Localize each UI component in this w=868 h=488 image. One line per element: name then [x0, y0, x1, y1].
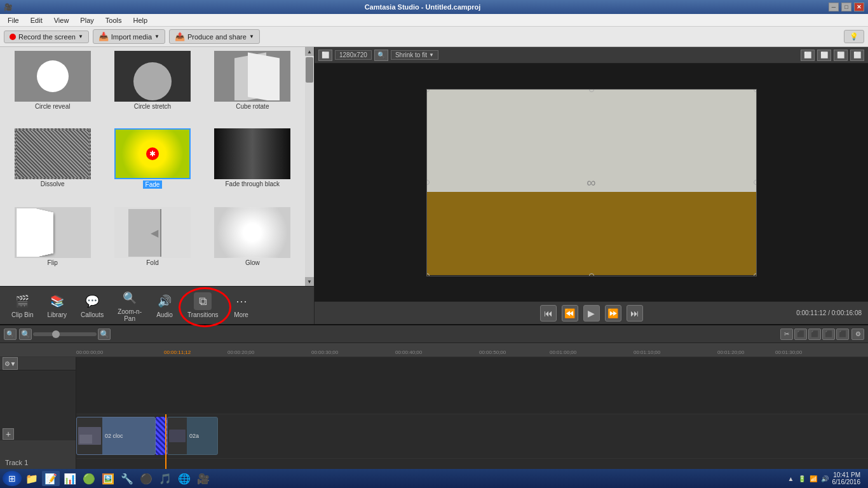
clip-block-1[interactable]: 02 cloc: [76, 417, 156, 455]
split-btn[interactable]: ✂: [780, 329, 793, 340]
preview-btn2[interactable]: ⬜: [817, 50, 831, 61]
app-icon: 🎥: [4, 3, 13, 11]
handle-bot-right[interactable]: [754, 273, 757, 276]
taskbar-app-4[interactable]: 🟢: [80, 471, 98, 486]
timeline-edit-buttons: ✂ ⬛ ⬛ ⬛ ⬛: [780, 329, 849, 340]
transition-glow[interactable]: Glow: [204, 207, 301, 282]
settings-btn[interactable]: ⚙: [851, 329, 864, 340]
playback-controls: ⏮ ⏪ ▶ ⏩ ⏭ 0:00:11:12 / 0:00:16:08: [315, 301, 868, 324]
playback-time: 0:00:11:12 / 0:00:16:08: [796, 309, 862, 316]
taskbar-app-6[interactable]: 🔧: [118, 471, 136, 486]
import-media-button[interactable]: 📥 Import media ▼: [93, 29, 165, 44]
skip-end-btn[interactable]: ⏭: [627, 305, 643, 322]
track-settings-btn[interactable]: ⚙▼: [3, 357, 18, 370]
taskbar-app-10[interactable]: 🎥: [194, 471, 212, 486]
menu-play[interactable]: Play: [75, 15, 98, 25]
ruler-mark-0: 00:00:00;00: [76, 349, 103, 355]
tool-more[interactable]: ⋯ More: [226, 290, 257, 321]
transition-cube-rotate[interactable]: Cube rotate: [204, 51, 301, 126]
taskbar-clock: 10:41 PM 6/16/2016: [832, 471, 861, 485]
handle-top-left[interactable]: [426, 89, 430, 92]
transition-fade-through-black[interactable]: Fade through black: [204, 128, 301, 205]
preview-search-btn[interactable]: 🔍: [374, 50, 388, 61]
callouts-icon: 💬: [83, 292, 101, 310]
zoom-n-pan-label: Zoom-n-Pan: [118, 308, 142, 322]
tool-callouts[interactable]: 💬 Callouts: [74, 290, 110, 321]
fold-thumb: [114, 207, 191, 258]
record-button[interactable]: Record the screen ▼: [4, 30, 89, 43]
play-pause-btn[interactable]: ▶: [583, 305, 600, 322]
minimize-button[interactable]: ─: [829, 3, 839, 11]
maximize-button[interactable]: □: [841, 3, 851, 11]
transition-flip[interactable]: Flip: [4, 207, 101, 282]
zoom-slider-thumb[interactable]: [52, 330, 60, 338]
transition-circle-reveal[interactable]: Circle reveal: [4, 51, 101, 126]
zoom-in-btn[interactable]: 🔍: [98, 329, 111, 340]
taskbar-app-1[interactable]: 📁: [23, 471, 41, 486]
timeline-area: 🔍 🔍 🔍 ✂ ⬛ ⬛ ⬛ ⬛ ⚙ 00:00:00;00 00:00:11;1…: [0, 324, 868, 475]
taskbar-app-2[interactable]: 📝: [42, 471, 60, 486]
clip-block-2[interactable]: 02a: [167, 417, 218, 455]
clip-2-label: 02a: [187, 431, 201, 440]
clip-1-thumb: [77, 417, 102, 454]
tool-library[interactable]: 📚 Library: [41, 290, 73, 321]
preview-btn4[interactable]: ⬜: [850, 50, 864, 61]
scroll-thumb[interactable]: [306, 57, 313, 83]
add-track-btn[interactable]: +: [3, 428, 14, 440]
help-icon-button[interactable]: 💡: [844, 30, 864, 43]
taskbar-app-3[interactable]: 📊: [61, 471, 79, 486]
transition-fade[interactable]: ✱ Fade: [104, 128, 201, 205]
menu-file[interactable]: File: [3, 15, 24, 25]
btn5[interactable]: ⬛: [836, 329, 849, 340]
zoom-slider[interactable]: [33, 332, 97, 336]
taskbar-app-9[interactable]: 🌐: [175, 471, 193, 486]
fade-thumb: ✱: [114, 128, 191, 179]
preview-resolution: 1280x720: [335, 50, 372, 60]
fast-forward-btn[interactable]: ⏩: [605, 305, 621, 322]
btn4[interactable]: ⬛: [822, 329, 835, 340]
rewind-btn[interactable]: ⏪: [562, 305, 578, 322]
handle-top-right[interactable]: [754, 89, 757, 92]
start-button[interactable]: ⊞: [3, 471, 22, 486]
scroll-up-arrow[interactable]: ▲: [305, 47, 314, 56]
taskbar-app-8[interactable]: 🎵: [156, 471, 174, 486]
circle-reveal-label: Circle reveal: [35, 103, 71, 110]
menu-help[interactable]: Help: [128, 15, 153, 25]
transition-circle-stretch[interactable]: Circle stretch: [104, 51, 201, 126]
handle-mid-right[interactable]: [754, 180, 757, 185]
tool-audio[interactable]: 🔊 Audio: [149, 290, 180, 321]
audio-label: Audio: [156, 311, 173, 318]
ruler-mark-90: 00:01:30;00: [775, 349, 802, 355]
transition-fold[interactable]: Fold: [104, 207, 201, 282]
cube-rotate-label: Cube rotate: [236, 103, 269, 110]
tool-transitions[interactable]: ⧉ Transitions: [181, 290, 225, 321]
preview-fit-btn[interactable]: Shrink to fit ▼: [391, 50, 438, 60]
btn2[interactable]: ⬛: [794, 329, 807, 340]
btn3[interactable]: ⬛: [808, 329, 821, 340]
skip-start-btn[interactable]: ⏮: [540, 305, 557, 322]
close-button[interactable]: ✕: [854, 3, 864, 11]
transition-dissolve[interactable]: Dissolve: [4, 128, 101, 205]
scroll-down-arrow[interactable]: ▼: [305, 277, 314, 286]
taskbar-app-7[interactable]: ⚫: [137, 471, 155, 486]
right-panel: ⬜ 1280x720 🔍 Shrink to fit ▼ ⬜ ⬜ ⬜ ⬜: [315, 47, 868, 324]
scrollbar[interactable]: ▲ ▼: [305, 47, 314, 286]
toolbar: Record the screen ▼ 📥 Import media ▼ 📤 P…: [0, 27, 868, 47]
preview-btn1[interactable]: ⬜: [801, 50, 815, 61]
produce-share-button[interactable]: 📤 Produce and share ▼: [169, 29, 260, 44]
handle-bot-left[interactable]: [426, 273, 430, 276]
menu-edit[interactable]: Edit: [25, 15, 48, 25]
preview-canvas: ∞: [315, 64, 868, 301]
zoom-out-btn[interactable]: 🔍: [19, 329, 32, 340]
tool-clip-bin[interactable]: 🎬 Clip Bin: [5, 290, 39, 321]
handle-bot-center[interactable]: [589, 273, 594, 276]
menu-view[interactable]: View: [49, 15, 74, 25]
search-timeline-btn[interactable]: 🔍: [4, 329, 17, 340]
menu-tools[interactable]: Tools: [100, 15, 127, 25]
preview-icon-btn[interactable]: ⬜: [318, 50, 332, 61]
library-icon: 📚: [48, 292, 66, 310]
tool-zoom-n-pan[interactable]: 🔍 Zoom-n-Pan: [111, 287, 148, 325]
taskbar-app-5[interactable]: 🖼️: [99, 471, 117, 486]
cube-rotate-thumb: [214, 51, 290, 102]
preview-btn3[interactable]: ⬜: [834, 50, 848, 61]
